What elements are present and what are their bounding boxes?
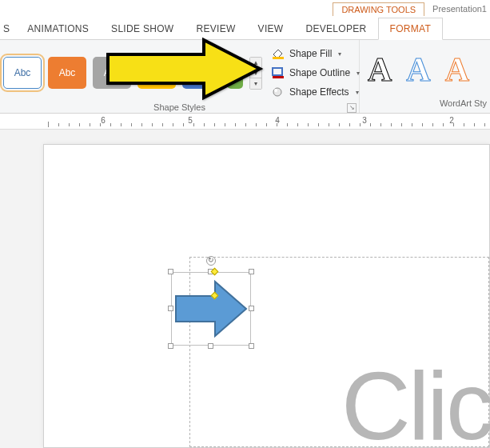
- resize-handle[interactable]: [249, 306, 254, 311]
- arrow-shape-icon[interactable]: [171, 272, 251, 346]
- tab-review[interactable]: REVIEW: [185, 18, 246, 39]
- shape-style-tile-5[interactable]: [182, 57, 221, 89]
- shape-style-tile-1[interactable]: Abc: [3, 57, 42, 89]
- ribbon-tabs: S ANIMATIONS SLIDE SHOW REVIEW VIEW DEVE…: [0, 18, 490, 40]
- pen-outline-icon: [272, 67, 285, 78]
- tab-view[interactable]: VIEW: [247, 18, 295, 39]
- slide[interactable]: Clic: [43, 144, 490, 448]
- resize-handle[interactable]: [168, 269, 173, 274]
- group-label-shape-styles: Shape Styles ↘: [0, 102, 359, 113]
- resize-handle[interactable]: [249, 269, 254, 274]
- shape-fill-label: Shape Fill: [289, 48, 332, 59]
- shape-style-tile-3[interactable]: Abc: [93, 57, 131, 89]
- gallery-scroll[interactable]: ▲ ▼ ▾: [249, 57, 262, 90]
- document-title: Presentation1: [426, 4, 490, 14]
- shape-style-tile-4[interactable]: [137, 57, 176, 89]
- svg-rect-0: [273, 57, 284, 59]
- tab-format[interactable]: FORMAT: [378, 18, 444, 40]
- group-label-wordart: WordArt Sty: [360, 98, 490, 113]
- resize-handle[interactable]: [208, 343, 213, 349]
- svg-point-4: [274, 89, 277, 92]
- group-wordart-styles: A A A WordArt Sty: [360, 40, 490, 113]
- rotate-handle-icon[interactable]: [206, 256, 216, 266]
- shape-effects-label: Shape Effects: [289, 86, 349, 98]
- contextual-tab-drawing-tools[interactable]: DRAWING TOOLS: [333, 2, 424, 16]
- tab-slide-show[interactable]: SLIDE SHOW: [100, 18, 185, 39]
- resize-handle[interactable]: [249, 343, 254, 349]
- dropdown-icon: ▾: [338, 50, 341, 58]
- shape-style-tile-6[interactable]: [227, 57, 243, 89]
- ruler-mark: 5: [188, 116, 193, 125]
- shape-style-tile-2[interactable]: Abc: [48, 57, 86, 89]
- ruler-mark: 6: [101, 116, 106, 125]
- ribbon: Abc Abc Abc ▲ ▼ ▾ Shape Fill ▾: [0, 40, 490, 114]
- tab-animations[interactable]: ANIMATIONS: [16, 18, 100, 39]
- shape-outline-button[interactable]: Shape Outline ▾: [269, 64, 363, 82]
- group-shape-styles: Abc Abc Abc ▲ ▼ ▾ Shape Fill ▾: [0, 40, 360, 113]
- tab-developer[interactable]: DEVELOPER: [294, 18, 377, 39]
- horizontal-ruler[interactable]: 6 5 4 3 2: [0, 114, 490, 130]
- shape-outline-label: Shape Outline: [289, 67, 350, 78]
- gallery-scroll-down-icon[interactable]: ▼: [250, 68, 261, 78]
- wordart-style-1[interactable]: A: [368, 50, 392, 89]
- wordart-style-3[interactable]: A: [445, 50, 469, 89]
- selected-shape-arrow[interactable]: [171, 272, 251, 346]
- shape-effects-button[interactable]: Shape Effects ▾: [269, 83, 363, 101]
- resize-handle[interactable]: [168, 306, 173, 311]
- title-bar: DRAWING TOOLS Presentation1: [0, 0, 490, 18]
- placeholder-text: Clic: [341, 350, 490, 448]
- shape-options-column: Shape Fill ▾ Shape Outline ▾ Shape Effec…: [267, 43, 365, 102]
- gallery-expand-icon[interactable]: ▾: [250, 78, 261, 89]
- dropdown-icon: ▾: [356, 89, 359, 96]
- dialog-launcher-icon[interactable]: ↘: [347, 103, 357, 113]
- shape-fill-button[interactable]: Shape Fill ▾: [269, 45, 363, 62]
- resize-handle[interactable]: [168, 343, 173, 349]
- ruler-mark: 3: [362, 116, 367, 125]
- shape-style-gallery[interactable]: Abc Abc Abc ▲ ▼ ▾: [3, 57, 262, 90]
- paint-bucket-icon: [272, 48, 285, 59]
- tab-partial-left[interactable]: S: [0, 18, 16, 39]
- svg-point-3: [273, 88, 281, 96]
- svg-rect-2: [273, 76, 284, 78]
- wordart-style-2[interactable]: A: [406, 50, 430, 89]
- effects-icon: [272, 86, 285, 98]
- slide-canvas-area[interactable]: Clic: [0, 130, 490, 448]
- svg-rect-1: [273, 68, 282, 75]
- gallery-scroll-up-icon[interactable]: ▲: [250, 58, 261, 68]
